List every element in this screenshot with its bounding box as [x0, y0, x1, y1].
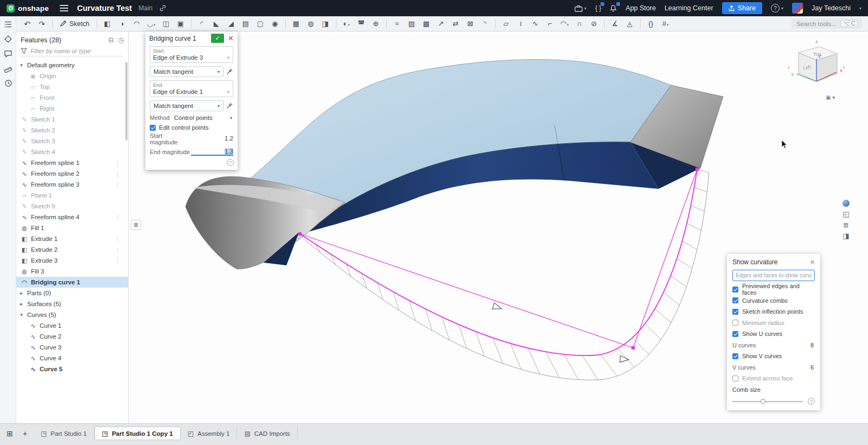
history-icon[interactable]: [4, 79, 12, 87]
tree-item-freeform-spline-2[interactable]: ∿Freeform spline 2⋮: [16, 168, 128, 179]
end-magnitude-input[interactable]: 1.3: [191, 148, 233, 156]
start-tangent-select[interactable]: Match tangent ▾: [150, 66, 224, 77]
tree-item-curves-5[interactable]: ▾Curves (5): [16, 309, 128, 320]
branch-name[interactable]: Main: [138, 4, 152, 12]
tree-item-front[interactable]: ▱Front: [16, 92, 128, 103]
tree-item-curve-1[interactable]: ∿Curve 1: [16, 320, 128, 331]
tree-item-bridging-curve-1[interactable]: ◠Bridging curve 1: [16, 277, 128, 288]
measure-icon[interactable]: ∡: [610, 20, 621, 28]
end-magnitude-arrow[interactable]: [620, 356, 629, 363]
cancel-button[interactable]: ✕: [228, 34, 234, 42]
collapse-panel-icon[interactable]: ⊟: [108, 36, 113, 44]
app-store-link[interactable]: App Store: [626, 4, 656, 12]
v-curves-value[interactable]: 6: [810, 364, 815, 371]
thicken-icon[interactable]: ◫: [161, 20, 171, 28]
mirror-icon[interactable]: ◨: [320, 20, 331, 28]
tree-item-freeform-spline-4[interactable]: ∿Freeform spline 4⋮: [16, 212, 128, 223]
follow-mode-icon[interactable]: [4, 35, 12, 43]
viewport[interactable]: Top Left X Y Z ‹ › ∧ ▣ ▾ ≣ ◱ ≣ ◨ Show cu…: [129, 31, 868, 423]
rollback-history-icon[interactable]: ◷: [118, 36, 124, 44]
start-magnitude-arrow[interactable]: [492, 303, 502, 312]
rotate-up-arrow-icon[interactable]: ∧: [815, 39, 819, 44]
tree-item-right[interactable]: ▱Right: [16, 103, 128, 114]
show-v-curves-checkbox[interactable]: [732, 353, 738, 359]
sketch-button[interactable]: Sketch: [58, 20, 92, 28]
curvature-selection-field[interactable]: [732, 270, 815, 281]
integrations-icon[interactable]: ▾: [575, 5, 586, 12]
tree-item-sketch-4[interactable]: ✎Sketch 4: [16, 147, 128, 157]
offset-surface-icon[interactable]: ≈: [392, 20, 403, 28]
start-selection-field[interactable]: Start Edge of Extrude 3 ×: [150, 46, 233, 63]
search-tools-box[interactable]: Search tools... ⌥ C: [792, 18, 863, 29]
feature-list-toggle-button[interactable]: ≣: [131, 220, 141, 230]
edit-control-points-checkbox[interactable]: [150, 125, 156, 131]
confirm-button[interactable]: ✓: [211, 34, 224, 43]
split-icon[interactable]: ◚: [356, 20, 367, 28]
end-tangent-select[interactable]: Match tangent ▾: [150, 100, 224, 111]
tree-item-curve-3[interactable]: ∿Curve 3: [16, 342, 128, 353]
delete-face-icon[interactable]: ⊠: [465, 20, 476, 28]
slider-knob[interactable]: [761, 399, 765, 404]
remove-selection-icon[interactable]: ×: [227, 54, 230, 61]
move-face-icon[interactable]: ↗: [436, 20, 446, 28]
shell-icon[interactable]: ▢: [255, 20, 266, 28]
filter-input[interactable]: [30, 48, 124, 54]
trim-curve-icon[interactable]: ⊘: [589, 20, 599, 28]
appearance-sphere-icon[interactable]: [843, 200, 850, 207]
curve-end-point[interactable]: [695, 168, 699, 171]
boundary-surface-icon[interactable]: ▨: [406, 20, 417, 28]
end-selection-field[interactable]: End Edge of Extrude 1 ×: [150, 80, 233, 97]
featurescript-notices-icon[interactable]: { }: [595, 4, 601, 12]
feature-handle-icon[interactable]: ⋮: [115, 171, 120, 177]
sweep-icon[interactable]: ◠: [131, 20, 142, 28]
fit-spline-icon[interactable]: ∿: [530, 20, 541, 28]
bridging-curve-icon[interactable]: ◠▾: [559, 20, 570, 28]
remove-selection-icon[interactable]: ×: [227, 88, 230, 95]
help-icon[interactable]: ?: [808, 398, 815, 405]
tree-item-sketch-1[interactable]: ✎Sketch 1: [16, 114, 128, 125]
tree-item-extrude-3[interactable]: ◧Extrude 3⋮: [16, 255, 128, 266]
helix-icon[interactable]: ≀: [515, 20, 526, 28]
tree-item-freeform-spline-1[interactable]: ∿Freeform spline 1⋮: [16, 157, 128, 168]
share-button[interactable]: Share: [722, 2, 762, 14]
extend-across-face-checkbox[interactable]: [732, 376, 738, 382]
plane-icon[interactable]: ▱: [501, 20, 512, 28]
rotate-right-arrow-icon[interactable]: ›: [843, 63, 845, 71]
tree-item-default-geometry[interactable]: ▾Default geometry: [16, 60, 128, 71]
feature-handle-icon[interactable]: ⋮: [115, 214, 120, 220]
tab-part-studio-1[interactable]: ◳Part Studio 1: [34, 427, 94, 440]
feature-handle-icon[interactable]: ⋮: [115, 247, 120, 253]
boolean-icon[interactable]: ◐▾: [341, 20, 352, 28]
add-tab-button[interactable]: +: [18, 427, 31, 440]
tree-item-extrude-2[interactable]: ◧Extrude 2⋮: [16, 244, 128, 255]
u-curves-value[interactable]: 8: [810, 342, 815, 348]
tab-cad-imports[interactable]: ▤CAD Imports: [237, 427, 297, 440]
replace-face-icon[interactable]: ⇄: [450, 20, 461, 28]
notifications-bell-icon[interactable]: [610, 4, 617, 12]
help-icon[interactable]: ?: [227, 159, 234, 166]
comments-icon[interactable]: [4, 49, 12, 58]
tree-item-curve-5[interactable]: ∿Curve 5: [16, 364, 128, 374]
tree-item-plane-1[interactable]: ▱Plane 1: [16, 190, 128, 201]
feature-handle-icon[interactable]: ⋮: [115, 182, 120, 188]
tab-manager-icon[interactable]: ⊞: [3, 427, 16, 440]
extrude-icon[interactable]: ◧: [102, 20, 113, 28]
undo-button[interactable]: ↶: [22, 20, 33, 28]
layers-icon[interactable]: ≣: [843, 221, 849, 228]
projected-curve-icon[interactable]: ⌐: [545, 20, 556, 28]
tree-item-top[interactable]: ▱Top: [16, 81, 128, 92]
view-options-icon[interactable]: ▣ ▾: [826, 94, 835, 100]
rotate-left-arrow-icon[interactable]: ‹: [788, 63, 790, 71]
rib-icon[interactable]: ▤: [240, 20, 251, 28]
scrollbar-thumb[interactable]: [125, 62, 127, 141]
minimum-radius-checkbox[interactable]: [732, 320, 738, 326]
tree-item-extrude-1[interactable]: ◧Extrude 1⋮: [16, 233, 128, 244]
transform-icon[interactable]: ⊕: [371, 20, 381, 28]
tree-item-surfaces-5[interactable]: ▸Surfaces (5): [16, 298, 128, 309]
tree-item-fill-1[interactable]: ◍Fill 1: [16, 223, 128, 233]
tree-item-sketch-3[interactable]: ✎Sketch 3: [16, 136, 128, 147]
hole-icon[interactable]: ◉: [270, 20, 280, 28]
feature-handle-icon[interactable]: ⋮: [115, 258, 120, 264]
chevron-right-icon[interactable]: ▸: [18, 290, 24, 296]
method-select[interactable]: Control points ▾: [173, 115, 233, 121]
